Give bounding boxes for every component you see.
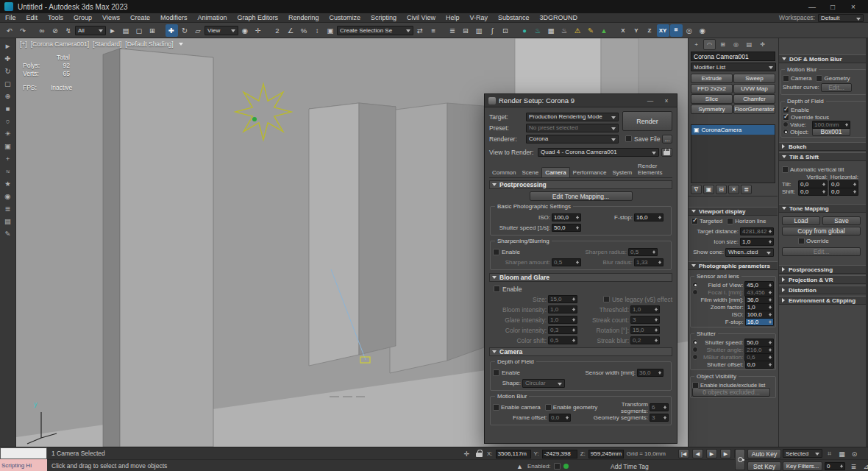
edit-tone-mapping-button[interactable]: Edit Tone Mapping... [530, 191, 633, 201]
viewport-menu-general[interactable]: [+] [20, 40, 27, 48]
shutter-angle-radio[interactable] [692, 347, 698, 353]
layer-explorer-icon[interactable]: ⊟ [460, 24, 472, 37]
systems-category-icon[interactable]: ★ [1, 177, 15, 190]
postprocessing-rollout-header[interactable]: Postprocessing [489, 180, 672, 189]
shutter-angle-field[interactable]: 216,0 [744, 346, 774, 354]
modifier-preset-button[interactable]: Chamfer [733, 94, 775, 104]
menubar-item[interactable]: Animation [192, 14, 232, 21]
streak-count-field[interactable]: 3 [630, 316, 660, 324]
shutter-speed-field[interactable]: 50,0 [744, 339, 774, 347]
align-icon[interactable]: ≡ [427, 24, 440, 37]
set-key-mode-button[interactable] [735, 449, 745, 470]
menubar-item[interactable]: Customize [324, 14, 366, 21]
objects-excluded-button[interactable]: 0 objects excluded... [692, 388, 770, 397]
utilities-tab-icon[interactable]: ✛ [756, 39, 769, 50]
dialog-close-button[interactable]: × [660, 97, 673, 105]
menubar-item[interactable]: Create [125, 14, 155, 21]
previous-frame-button[interactable]: ◀ [692, 449, 703, 458]
tone-mapping-rollout-header[interactable]: Tone Mapping [779, 204, 868, 213]
selection-filter-dropdown[interactable]: All [75, 26, 106, 35]
tone-save-button[interactable]: Save [822, 216, 861, 225]
icon-size-field[interactable]: 1,0 [740, 238, 774, 246]
bokeh-rollout-header[interactable]: Bokeh [779, 142, 868, 151]
bloom-size-field[interactable]: 15,0 [548, 295, 577, 303]
focal-length-field[interactable]: 43,456 [744, 288, 774, 297]
x-coordinate-field[interactable]: 3506,117m [496, 450, 531, 458]
dialog-dof-enable-checkbox[interactable] [493, 369, 499, 376]
modifier-preset-button[interactable]: Symmetry [691, 105, 733, 114]
streak-blur-field[interactable]: 0,2 [630, 336, 660, 344]
dialog-tab[interactable]: Performance [570, 168, 610, 177]
shutter-curve-edit-button[interactable]: Edit... [821, 83, 852, 92]
bind-to-space-warp-icon[interactable]: ↯ [63, 24, 75, 37]
modify-tab-icon[interactable]: ◠ [703, 39, 716, 50]
percent-snap-icon[interactable]: % [298, 24, 310, 37]
select-and-move-icon[interactable]: ✚ [166, 24, 178, 37]
modifier-stack[interactable]: ▣ CoronaCamera [691, 124, 775, 183]
select-and-link-icon[interactable]: ∞ [36, 24, 49, 37]
modifier-preset-button[interactable]: Sweep [733, 74, 775, 83]
hierarchy-tab-icon[interactable]: ⊞ [716, 39, 729, 50]
focus-object-radio[interactable] [783, 129, 789, 135]
frame-offset-field[interactable]: 0,0 [549, 414, 571, 422]
select-and-scale-icon[interactable]: ▱ [192, 24, 204, 37]
reference-coordinate-dropdown[interactable]: View [204, 26, 238, 35]
mb-geometry-checkbox[interactable] [816, 75, 822, 82]
dialog-titlebar[interactable]: Render Setup: Corona 9 — × [485, 94, 677, 107]
use-pivot-center-icon[interactable]: ◉ [239, 24, 252, 37]
tilt-shift-rollout-header[interactable]: Tilt & Shift [779, 152, 868, 161]
modifier-list-dropdown[interactable]: Modifier List [691, 63, 776, 71]
rotate-tool-icon[interactable]: ↻ [1, 65, 15, 77]
shift-vertical-field[interactable]: 0,0 [798, 188, 828, 196]
show-end-result-icon[interactable]: ▣ [703, 185, 714, 194]
modifier-preset-button[interactable]: Slice [691, 94, 733, 104]
include-exclude-checkbox[interactable] [692, 382, 699, 389]
sensor-width-field[interactable]: 36,0 [637, 369, 664, 377]
edit-named-selection-sets-icon[interactable]: ▣ [324, 24, 337, 37]
enable-geometry-checkbox[interactable] [545, 404, 552, 411]
dialog-tab[interactable]: System [609, 168, 635, 177]
select-and-rotate-icon[interactable]: ↻ [179, 24, 191, 37]
pencil-icon[interactable]: ✎ [585, 24, 597, 37]
select-object-icon[interactable]: ► [107, 24, 119, 37]
fov-field[interactable]: 45,0 [744, 281, 774, 289]
modifier-preset-button[interactable]: Extrude [691, 74, 733, 83]
stack-item-corona-camera[interactable]: ▣ CoronaCamera [691, 125, 775, 135]
make-unique-icon[interactable]: ⊟ [716, 185, 727, 194]
viewport-menu-shading[interactable]: [Default Shading] [125, 40, 173, 48]
current-frame-field[interactable]: 0 [825, 462, 845, 470]
film-width-field[interactable]: 36,0 [745, 296, 774, 304]
undo-icon[interactable]: ↶ [4, 24, 16, 37]
workspace-dropdown[interactable]: Default [818, 14, 864, 22]
play-button[interactable]: ▶ [706, 449, 717, 458]
x-constraint-button[interactable]: X [617, 24, 630, 37]
tone-load-button[interactable]: Load [782, 216, 820, 225]
select-and-manipulate-icon[interactable]: ✛ [252, 24, 265, 37]
configure-modifier-sets-icon[interactable]: ≣ [741, 185, 752, 194]
time-tag-icon[interactable]: ⊿ [861, 461, 868, 471]
render-setup-icon[interactable]: ♨ [532, 24, 544, 37]
z-constraint-button[interactable]: Z [644, 24, 656, 37]
dialog-tab[interactable]: Scene [519, 168, 541, 177]
menubar-item[interactable]: Scripting [366, 14, 402, 21]
sharpen-radius-field[interactable]: 0,5 [628, 248, 658, 256]
grid-status-icon[interactable]: ▦ [837, 449, 847, 458]
pin-stack-icon[interactable]: ∇ [691, 185, 702, 194]
keyboard-override-toggle-icon[interactable]: ⌗ [670, 24, 683, 37]
auto-key-button[interactable]: Auto Key [747, 449, 781, 458]
create-tab-icon[interactable]: + [690, 39, 702, 50]
photographic-parameters-rollout-header[interactable]: Photographic parameters [689, 261, 778, 270]
save-file-checkbox[interactable] [625, 135, 632, 142]
set-key-button[interactable]: Set Key [747, 461, 781, 471]
show-cone-dropdown[interactable]: When..cted [725, 248, 774, 257]
bloom-enable-checkbox[interactable] [494, 286, 500, 292]
override-focus-checkbox[interactable] [783, 114, 789, 121]
collapsed-rollout-header[interactable]: Distortion [779, 286, 868, 294]
selection-lock-toggle[interactable] [474, 449, 484, 458]
layers-icon[interactable]: ≣ [1, 202, 15, 215]
modifier-preset-button[interactable]: UVW Map [733, 84, 775, 93]
warning-icon[interactable]: ⚠ [572, 24, 584, 37]
keyboard-shortcut-toggle-icon[interactable]: ⌗ [825, 449, 834, 458]
render-production-icon[interactable]: ♨ [558, 24, 571, 37]
sharpen-amount-field[interactable]: 0,5 [552, 258, 581, 266]
